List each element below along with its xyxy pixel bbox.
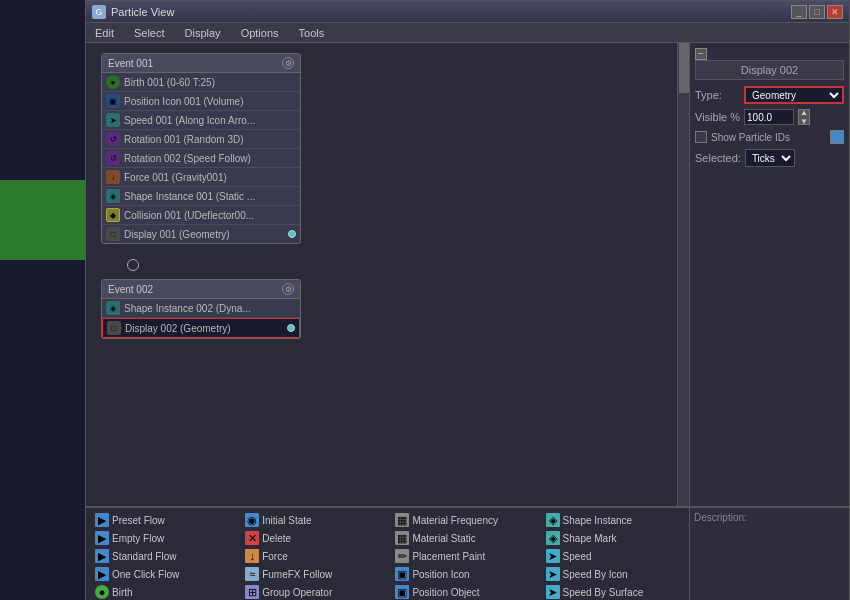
display1-icon: □ — [106, 227, 120, 241]
speed-text: Speed 001 (Along Icon Arro... — [124, 115, 296, 126]
close-button[interactable]: ✕ — [827, 5, 843, 19]
birth-icon: ● — [106, 75, 120, 89]
toolbar-content: ▶ Preset Flow ▶ Empty Flow ▶ Standard Fl… — [92, 512, 843, 597]
type-select[interactable]: Geometry Ticks Lines Dots — [744, 86, 844, 104]
toolbar-shape-instance[interactable]: ◈ Shape Instance — [543, 512, 693, 528]
toolbar-pos-obj[interactable]: ▣ Position Object — [392, 584, 542, 600]
selected-label: Selected: — [695, 152, 741, 164]
speed-toolbar-text: Speed — [563, 551, 592, 562]
force-toolbar-text: Force — [262, 551, 288, 562]
menu-tools[interactable]: Tools — [295, 25, 329, 41]
menu-select[interactable]: Select — [130, 25, 169, 41]
toolbar-speed-by-surface[interactable]: ➤ Speed By Surface — [543, 584, 693, 600]
type-label: Type: — [695, 89, 740, 101]
speed-by-surface-text: Speed By Surface — [563, 587, 644, 598]
empty-flow-text: Empty Flow — [112, 533, 164, 544]
show-ids-checkbox[interactable] — [695, 131, 707, 143]
toolbar-speed-by-icon[interactable]: ➤ Speed By Icon — [543, 566, 693, 582]
toolbar-empty-flow[interactable]: ▶ Empty Flow — [92, 530, 242, 546]
show-ids-label: Show Particle IDs — [711, 132, 790, 143]
display1-text: Display 001 (Geometry) — [124, 229, 284, 240]
toolbar-initial-state[interactable]: ◉ Initial State — [242, 512, 392, 528]
visible-spinner[interactable]: ▲▼ — [798, 109, 810, 125]
rotation1-text: Rotation 001 (Random 3D) — [124, 134, 296, 145]
event-header-1: Event 001 ⚙ — [102, 54, 300, 73]
place-paint-text: Placement Paint — [412, 551, 485, 562]
title-bar-left: G Particle View — [92, 5, 174, 19]
toolbar-mat-static[interactable]: ▦ Material Static — [392, 530, 542, 546]
panel-title: Display 002 — [695, 60, 844, 80]
toolbar-speed[interactable]: ➤ Speed — [543, 548, 693, 564]
one-click-flow-text: One Click Flow — [112, 569, 179, 580]
scrollbar[interactable] — [677, 43, 689, 506]
group-operator-icon: ⊞ — [245, 585, 259, 599]
event-row-collision[interactable]: ◆ Collision 001 (UDeflector00... — [102, 206, 300, 225]
menu-edit[interactable]: Edit — [91, 25, 118, 41]
shape-instance-text: Shape Instance — [563, 515, 633, 526]
event-row-speed[interactable]: ➤ Speed 001 (Along Icon Arro... — [102, 111, 300, 130]
event-row-rotation2[interactable]: ↺ Rotation 002 (Speed Follow) — [102, 149, 300, 168]
fumefx-text: FumeFX Follow — [262, 569, 332, 580]
event-title-1: Event 001 — [108, 58, 153, 69]
pos-icon-text: Position Icon — [412, 569, 469, 580]
menu-display[interactable]: Display — [181, 25, 225, 41]
connection-circle — [127, 259, 139, 271]
toolbar-mat-freq[interactable]: ▦ Material Frequency — [392, 512, 542, 528]
display2-text: Display 002 (Geometry) — [125, 323, 283, 334]
menu-options[interactable]: Options — [237, 25, 283, 41]
canvas-panel: Event 001 ⚙ ● Birth 001 (0-60 T:25) ▣ Po… — [86, 43, 689, 506]
shape-mark-text: Shape Mark — [563, 533, 617, 544]
title-bar: G Particle View _ □ ✕ — [86, 1, 849, 23]
toolbar-preset-flow[interactable]: ▶ Preset Flow — [92, 512, 242, 528]
toolbar-one-click-flow[interactable]: ▶ One Click Flow — [92, 566, 242, 582]
right-panel: − Display 002 Type: Geometry Ticks Lines… — [689, 43, 849, 506]
event-row-force[interactable]: ↓ Force 001 (Gravity001) — [102, 168, 300, 187]
preset-flow-icon: ▶ — [95, 513, 109, 527]
pos-icon-icon: ▣ — [395, 567, 409, 581]
toolbar-group-operator[interactable]: ⊞ Group Operator — [242, 584, 392, 600]
window-title: Particle View — [111, 6, 174, 18]
event-row-rotation1[interactable]: ↺ Rotation 001 (Random 3D) — [102, 130, 300, 149]
preset-flow-text: Preset Flow — [112, 515, 165, 526]
event-row-display1[interactable]: □ Display 001 (Geometry) — [102, 225, 300, 243]
toolbar-col-3: ▦ Material Frequency ▦ Material Static ✏… — [392, 512, 542, 600]
event-gear-2[interactable]: ⚙ — [282, 283, 294, 295]
toolbar-force[interactable]: ↓ Force — [242, 548, 392, 564]
minimize-button[interactable]: _ — [791, 5, 807, 19]
toolbar-delete[interactable]: ✕ Delete — [242, 530, 392, 546]
event-header-2: Event 002 ⚙ — [102, 280, 300, 299]
toolbar-fumefx[interactable]: ≈ FumeFX Follow — [242, 566, 392, 582]
selected-select[interactable]: Ticks Lines Dots None — [745, 149, 795, 167]
content-area: Event 001 ⚙ ● Birth 001 (0-60 T:25) ▣ Po… — [86, 43, 849, 506]
shapeinst1-icon: ◈ — [106, 189, 120, 203]
birth-toolbar-icon: ● — [95, 585, 109, 599]
event-row-display2[interactable]: □ Display 002 (Geometry) — [102, 318, 300, 338]
toolbar-standard-flow[interactable]: ▶ Standard Flow — [92, 548, 242, 564]
color-picker[interactable] — [830, 130, 844, 144]
event-row-birth[interactable]: ● Birth 001 (0-60 T:25) — [102, 73, 300, 92]
connection-area — [111, 259, 674, 274]
menu-bar: Edit Select Display Options Tools — [86, 23, 849, 43]
event-row-shapeinst2[interactable]: ◈ Shape Instance 002 (Dyna... — [102, 299, 300, 318]
toolbar-col-4: ◈ Shape Instance ◈ Shape Mark ➤ Speed ➤ … — [543, 512, 693, 600]
mat-freq-icon: ▦ — [395, 513, 409, 527]
toolbar-shape-mark[interactable]: ◈ Shape Mark — [543, 530, 693, 546]
group-operator-text: Group Operator — [262, 587, 332, 598]
main-window: G Particle View _ □ ✕ Edit Select Displa… — [85, 0, 850, 600]
force-toolbar-icon: ↓ — [245, 549, 259, 563]
type-row: Type: Geometry Ticks Lines Dots — [695, 86, 844, 104]
event-row-shapeinst1[interactable]: ◈ Shape Instance 001 (Static ... — [102, 187, 300, 206]
place-paint-icon: ✏ — [395, 549, 409, 563]
event-gear-1[interactable]: ⚙ — [282, 57, 294, 69]
pos-obj-icon: ▣ — [395, 585, 409, 599]
event-row-posicon[interactable]: ▣ Position Icon 001 (Volume) — [102, 92, 300, 111]
scrollbar-thumb[interactable] — [679, 43, 689, 93]
visible-input[interactable] — [744, 109, 794, 125]
toolbar-place-paint[interactable]: ✏ Placement Paint — [392, 548, 542, 564]
show-ids-row: Show Particle IDs — [695, 130, 844, 144]
toolbar-birth[interactable]: ● Birth — [92, 584, 242, 600]
toolbar-pos-icon[interactable]: ▣ Position Icon — [392, 566, 542, 582]
initial-state-icon: ◉ — [245, 513, 259, 527]
collapse-button[interactable]: − — [695, 48, 707, 60]
maximize-button[interactable]: □ — [809, 5, 825, 19]
